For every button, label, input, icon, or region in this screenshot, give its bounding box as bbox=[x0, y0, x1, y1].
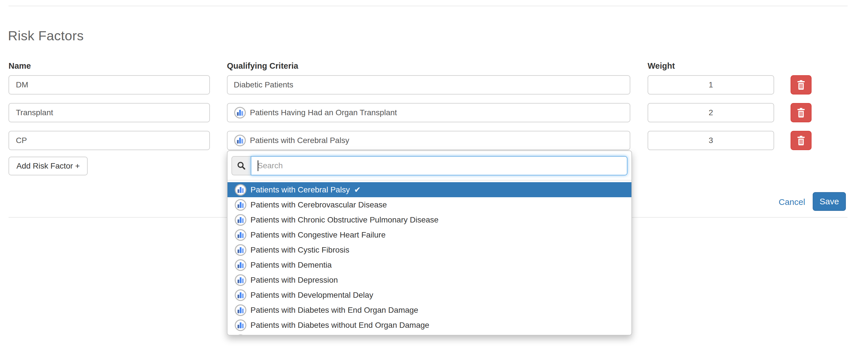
bar-chart-icon bbox=[234, 214, 247, 226]
delete-row-button[interactable] bbox=[790, 131, 811, 150]
column-header-weight: Weight bbox=[648, 61, 675, 71]
add-risk-factor-button[interactable]: Add Risk Factor + bbox=[8, 157, 88, 175]
bar-chart-icon bbox=[234, 334, 247, 336]
delete-row-button[interactable] bbox=[790, 75, 811, 94]
bar-chart-icon bbox=[234, 304, 247, 317]
bar-chart-icon bbox=[234, 244, 247, 256]
bar-chart-icon bbox=[234, 199, 247, 211]
dropdown-item[interactable]: Patients with Cerebrovascular Disease bbox=[227, 197, 631, 212]
risk-factor-row: Patients with Cerebral Palsy bbox=[0, 131, 868, 150]
weight-input[interactable] bbox=[648, 131, 774, 150]
dropdown-item[interactable]: Patients with Diabetes with End Organ Da… bbox=[227, 302, 631, 318]
qualifying-criteria-select[interactable]: Patients Having Had an Organ Transplant bbox=[227, 103, 630, 122]
cancel-button[interactable]: Cancel bbox=[779, 197, 805, 207]
risk-factors-page: Risk Factors Name Qualifying Criteria We… bbox=[0, 0, 868, 357]
qualifying-criteria-select[interactable]: Patients with Cerebral Palsy bbox=[227, 131, 630, 150]
save-button[interactable]: Save bbox=[813, 192, 846, 211]
bar-chart-icon bbox=[234, 289, 247, 301]
column-header-qualifying-criteria: Qualifying Criteria bbox=[227, 61, 298, 71]
dropdown-item-label: Patients with Diabetes without End Organ… bbox=[250, 321, 429, 330]
bar-chart-icon bbox=[234, 274, 247, 286]
page-title: Risk Factors bbox=[8, 28, 84, 43]
qualifying-criteria-select[interactable]: Diabetic Patients bbox=[227, 75, 630, 94]
dropdown-item-label: Patients with Cerebral Palsy bbox=[250, 185, 350, 195]
dropdown-item-label: Patients with Depression bbox=[250, 275, 338, 285]
dropdown-item-label: Patients with Developmental Delay bbox=[250, 291, 373, 300]
dropdown-divider bbox=[227, 180, 631, 180]
name-input[interactable] bbox=[8, 131, 210, 150]
dropdown-search-group bbox=[231, 156, 627, 175]
dropdown-item[interactable]: Patients with Dementia bbox=[227, 258, 631, 272]
dropdown-item[interactable]: Patients with Cystic Fibrosis bbox=[227, 242, 631, 258]
check-icon: ✔ bbox=[354, 185, 361, 195]
qualifying-criteria-value: Patients with Cerebral Palsy bbox=[250, 136, 349, 145]
dropdown-item-label: Patients with Cystic Fibrosis bbox=[250, 245, 349, 255]
weight-input[interactable] bbox=[648, 103, 774, 122]
qualifying-criteria-value: Patients Having Had an Organ Transplant bbox=[250, 108, 397, 117]
dropdown-item[interactable]: Patients with Depression bbox=[227, 272, 631, 288]
name-input[interactable] bbox=[8, 103, 210, 122]
dropdown-item-label: Patients with Dementia bbox=[250, 261, 332, 270]
trash-icon bbox=[797, 136, 805, 146]
dropdown-item-list: Patients with Cerebral Palsy✔ Patients w… bbox=[227, 182, 631, 335]
dropdown-item[interactable]: Patients with Congestive Heart Failure bbox=[227, 227, 631, 242]
bar-chart-icon bbox=[234, 319, 247, 331]
risk-factor-row: Diabetic Patients bbox=[0, 75, 868, 94]
search-addon bbox=[231, 156, 251, 175]
bar-chart-icon bbox=[234, 134, 246, 147]
dropdown-item[interactable]: Patients with Diabetes without End Organ… bbox=[227, 318, 631, 333]
trash-icon bbox=[797, 108, 805, 118]
delete-row-button[interactable] bbox=[790, 103, 811, 122]
bar-chart-icon bbox=[234, 229, 247, 241]
column-header-name: Name bbox=[8, 61, 31, 71]
dropdown-item-label: Patients with Chronic Obstructive Pulmon… bbox=[250, 215, 438, 225]
dropdown-item-clipped[interactable] bbox=[227, 333, 631, 335]
dropdown-item-label: Patients with Diabetes with End Organ Da… bbox=[250, 306, 418, 315]
bar-chart-icon bbox=[234, 184, 247, 196]
search-icon bbox=[237, 161, 246, 171]
bar-chart-icon bbox=[234, 107, 246, 119]
dropdown-item-selected[interactable]: Patients with Cerebral Palsy✔ bbox=[227, 182, 631, 197]
name-input[interactable] bbox=[8, 75, 210, 94]
dropdown-item-label: Patients with Cerebrovascular Disease bbox=[250, 200, 387, 209]
dropdown-item-label: Patients with Congestive Heart Failure bbox=[250, 231, 385, 239]
top-divider bbox=[8, 6, 847, 6]
text-caret bbox=[257, 160, 258, 171]
risk-factor-row: Patients Having Had an Organ Transplant bbox=[0, 103, 868, 122]
dropdown-item[interactable]: Patients with Chronic Obstructive Pulmon… bbox=[227, 212, 631, 227]
search-input[interactable] bbox=[251, 156, 627, 175]
bar-chart-icon bbox=[234, 259, 247, 271]
weight-input[interactable] bbox=[648, 75, 774, 94]
dropdown-item[interactable]: Patients with Developmental Delay bbox=[227, 288, 631, 302]
qualifying-criteria-dropdown: Patients with Cerebral Palsy✔ Patients w… bbox=[227, 150, 632, 335]
qualifying-criteria-value: Diabetic Patients bbox=[234, 80, 293, 89]
trash-icon bbox=[797, 80, 805, 90]
